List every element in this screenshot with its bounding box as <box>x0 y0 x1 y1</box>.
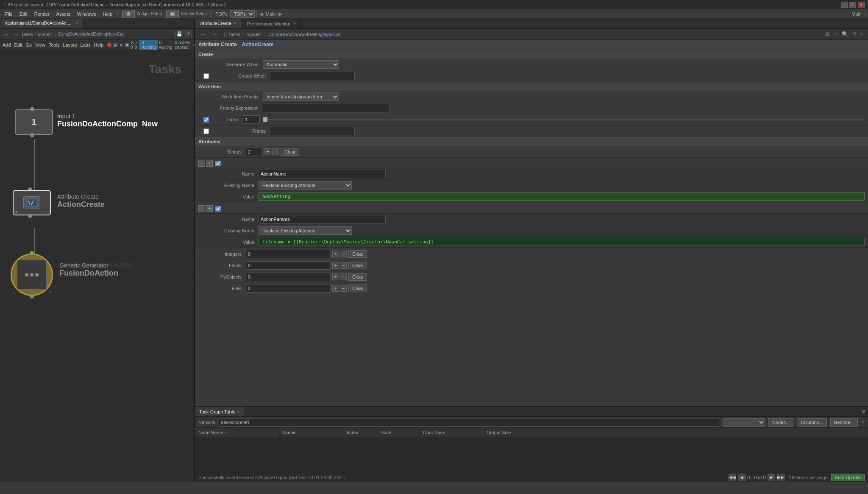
tg-columns-btn[interactable]: Columns... <box>797 418 827 427</box>
attr1-value-input[interactable] <box>259 193 865 201</box>
pyobjects-add-btn[interactable]: + <box>332 274 339 280</box>
index-input[interactable] <box>243 115 260 124</box>
tab-ac-close[interactable]: × <box>234 21 236 25</box>
tg-tab-main[interactable]: Task Graph Table × <box>195 407 244 416</box>
attr1-existing-select[interactable]: Replace Existing Attribute <box>259 181 352 190</box>
tasks-add[interactable]: Add <box>3 42 11 47</box>
tasks-edit[interactable]: Edit <box>14 42 22 47</box>
strings-minus-btn[interactable]: − <box>272 148 279 155</box>
tasks-layout[interactable]: Layout <box>63 42 77 47</box>
attr2-name-input[interactable] <box>259 215 386 223</box>
attr1-add-btn[interactable]: + <box>206 160 213 167</box>
attr1-name-input[interactable] <box>259 170 386 178</box>
create-when-input[interactable] <box>270 72 355 80</box>
index-slider[interactable] <box>263 119 865 120</box>
right-gear-btn[interactable]: ⚙ <box>823 31 831 37</box>
integers-add-btn[interactable]: + <box>332 251 339 257</box>
left-tab-close[interactable]: × <box>75 21 78 25</box>
menu-file[interactable]: File <box>2 11 16 17</box>
tasks-go[interactable]: Go <box>26 42 32 47</box>
frame-input[interactable] <box>270 127 355 135</box>
tg-tab-add[interactable]: + <box>244 409 253 414</box>
right-bc-tasks[interactable]: tasks <box>229 32 240 37</box>
pyobjects-minus-btn[interactable]: − <box>340 274 347 280</box>
floats-add-btn[interactable]: + <box>332 262 339 269</box>
attr-create-node[interactable]: + ▲ ≡ <box>13 190 51 215</box>
strings-clear-btn[interactable]: Clear <box>281 148 299 156</box>
tg-nodes-select[interactable] <box>723 418 765 427</box>
bc-comp[interactable]: CompDoActionAddSettingNyanCat <box>58 32 124 36</box>
tg-col-index[interactable]: Index <box>343 428 377 437</box>
reload-btn[interactable]: ↺ <box>184 31 192 38</box>
bc-topnet1[interactable]: topnet1 <box>38 32 53 37</box>
floats-clear-btn[interactable]: Clear <box>348 262 367 269</box>
attr2-value-input[interactable] <box>259 238 865 246</box>
tg-col-cook[interactable]: Cook Time <box>420 428 483 437</box>
integers-minus-btn[interactable]: − <box>340 251 347 257</box>
frame-checkbox[interactable] <box>203 128 209 134</box>
minimize-button[interactable]: ─ <box>841 2 848 8</box>
menu-render[interactable]: Render <box>31 11 53 17</box>
index-checkbox[interactable] <box>203 117 209 123</box>
menu-assets[interactable]: Assets <box>53 11 74 17</box>
attr2-existing-select[interactable]: Replace Existing Attribute <box>259 226 352 235</box>
tg-network-input[interactable] <box>219 418 719 427</box>
left-tab-add[interactable]: + <box>83 19 93 28</box>
tops-selector[interactable]: TOPs <box>230 10 255 18</box>
right-tab-add[interactable]: + <box>301 19 310 28</box>
strings-add-btn[interactable]: + <box>264 148 271 155</box>
files-clear-btn[interactable]: Clear <box>348 285 367 292</box>
tab-pm-close[interactable]: × <box>293 21 296 26</box>
tasks-labs[interactable]: Labs <box>81 42 91 47</box>
strings-count-input[interactable] <box>246 148 263 156</box>
attr2-add-btn[interactable]: + <box>206 205 213 212</box>
right-expand[interactable]: ≡ <box>863 11 866 17</box>
menu-help[interactable]: Help <box>99 11 116 17</box>
generate-when-select[interactable]: Automatic <box>263 60 339 69</box>
window-controls[interactable]: ─ □ ✕ <box>841 2 865 8</box>
maximize-button[interactable]: □ <box>849 2 856 8</box>
nav-prev[interactable]: ◀ <box>259 11 263 17</box>
menu-windows[interactable]: Windows <box>74 11 100 17</box>
tasks-view[interactable]: View <box>35 42 45 47</box>
right-bc-topnet1[interactable]: topnet1 <box>247 32 262 37</box>
network-canvas[interactable]: Non-Commercial Edition Tasks 1 Input 1 F… <box>0 50 194 482</box>
integers-clear-btn[interactable]: Clear <box>348 250 367 258</box>
attr2-remove-btn[interactable]: ✕ <box>198 205 205 212</box>
files-minus-btn[interactable]: − <box>340 285 347 292</box>
attr1-remove-btn[interactable]: ✕ <box>198 160 205 167</box>
gen-gen-node[interactable]: ▲ ≡ <box>11 254 53 296</box>
right-nav-back[interactable]: ← <box>198 31 208 38</box>
auto-update-btn[interactable]: Auto Update <box>831 474 865 481</box>
right-help-btn[interactable]: ? <box>851 31 857 37</box>
tab-attribute-create[interactable]: AttributeCreate × <box>195 19 242 28</box>
tg-nodes-btn[interactable]: Nodes... <box>768 418 793 427</box>
create-when-checkbox[interactable] <box>203 73 209 79</box>
net-fwd-btn[interactable]: → <box>12 31 20 38</box>
tab-performance-monitor[interactable]: Performance Monitor × <box>242 19 301 28</box>
tg-tab-close[interactable]: × <box>237 409 239 414</box>
close-button[interactable]: ✕ <box>858 2 865 8</box>
tg-col-node-name[interactable]: Node Name ▾ <box>195 428 280 437</box>
right-nav-fwd[interactable]: → <box>210 31 220 38</box>
menu-edit[interactable]: Edit <box>16 11 31 17</box>
bc-tasks[interactable]: tasks <box>22 32 33 37</box>
pyobjects-input[interactable] <box>246 273 331 281</box>
properties-panel[interactable]: Create Generate When Automatic Create Wh… <box>195 50 868 406</box>
nav-next[interactable]: ▶ <box>278 11 282 17</box>
files-input[interactable] <box>246 284 331 293</box>
page-next-btn[interactable]: ▶ <box>768 474 775 481</box>
page-first-btn[interactable]: ◀◀ <box>729 474 736 481</box>
tg-col-output[interactable]: Output Size <box>483 428 868 437</box>
page-prev-btn[interactable]: ◀ <box>738 474 746 481</box>
right-home-btn[interactable]: ⌂ <box>833 31 839 37</box>
tg-remote-btn[interactable]: Remote... <box>830 418 858 427</box>
net-back-btn[interactable]: ← <box>3 31 11 38</box>
floats-minus-btn[interactable]: − <box>340 262 347 269</box>
floats-input[interactable] <box>246 261 331 270</box>
page-last-btn[interactable]: ▶▶ <box>777 474 785 481</box>
attr1-enable-checkbox[interactable] <box>215 161 221 166</box>
right-expand-btn[interactable]: ≡ <box>859 31 865 37</box>
right-bc-comp[interactable]: CompDoActionAddSettingNyanCat <box>268 32 341 37</box>
tg-col-name[interactable]: Name <box>280 428 343 437</box>
